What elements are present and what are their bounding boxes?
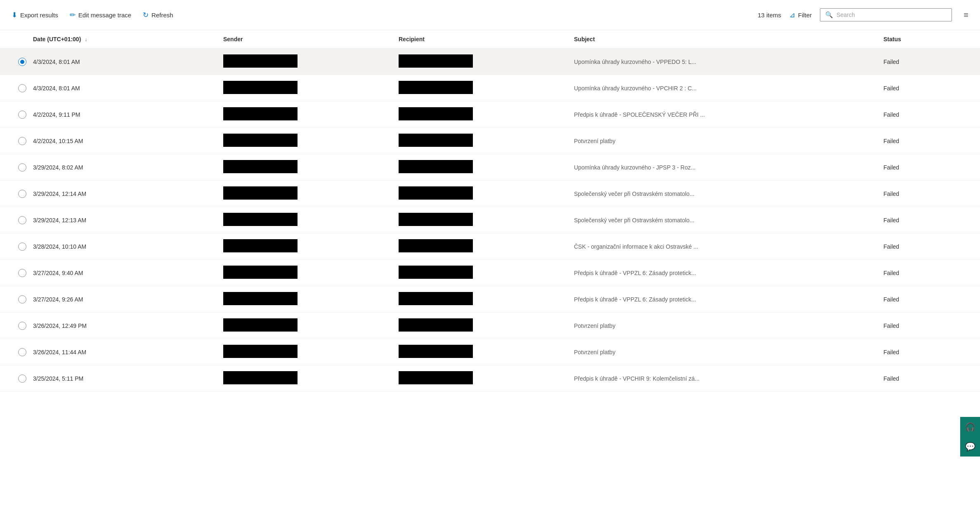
filter-icon: ⊿ [789,11,795,19]
status-badge: Failed [883,349,899,355]
cell-status: Failed [877,339,980,365]
redacted-recipient-block [399,186,473,200]
row-radio[interactable] [18,322,26,330]
cell-sender [217,75,392,101]
cell-subject: Potvrzení platby [567,339,877,365]
date-value: 4/2/2024, 9:11 PM [33,111,80,118]
cell-recipient [392,101,567,128]
col-header-date[interactable]: Date (UTC+01:00) ↓ [0,30,217,49]
table-row[interactable]: 3/27/2024, 9:40 AMPředpis k úhradě - VPP… [0,260,980,286]
row-radio[interactable] [18,295,26,304]
cell-status: Failed [877,128,980,154]
table-row[interactable]: 4/2/2024, 9:11 PMPředpis k úhradě - SPOL… [0,101,980,128]
table-row[interactable]: 3/26/2024, 12:49 PMPotvrzení platbyFaile… [0,313,980,339]
cell-subject: Společenský večer při Ostravském stomato… [567,181,877,207]
cell-status: Failed [877,286,980,313]
row-radio[interactable] [18,374,26,383]
cell-status: Failed [877,101,980,128]
table-row[interactable]: 4/2/2024, 10:15 AMPotvrzení platbyFailed [0,128,980,154]
cell-sender [217,233,392,260]
row-radio[interactable] [18,190,26,198]
subject-value: Upomínka úhrady kurzovného - VPCHIR 2 : … [574,85,697,92]
search-input[interactable] [836,12,947,18]
chat-button[interactable]: 💬 [960,437,980,457]
col-header-status[interactable]: Status [877,30,980,49]
export-button[interactable]: ⬇ Export results [12,11,58,19]
cell-sender [217,339,392,365]
cell-sender [217,365,392,392]
cell-status: Failed [877,260,980,286]
date-value: 3/26/2024, 12:49 PM [33,322,87,329]
headset-button[interactable]: 🎧 [960,417,980,437]
table-row[interactable]: 3/27/2024, 9:26 AMPředpis k úhradě - VPP… [0,286,980,313]
row-radio[interactable] [18,137,26,145]
col-header-sender[interactable]: Sender [217,30,392,49]
subject-value: Potvrzení platby [574,322,615,329]
cell-sender [217,181,392,207]
edit-message-trace-button[interactable]: ✏ Edit message trace [70,11,131,19]
cell-date: 4/2/2024, 10:15 AM [0,128,217,154]
cell-status: Failed [877,49,980,75]
table-row[interactable]: 3/28/2024, 10:10 AMČSK - organizační inf… [0,233,980,260]
subject-value: Upomínka úhrady kurzovného - JPSP 3 - Ro… [574,164,696,171]
row-radio[interactable] [18,58,26,66]
row-radio[interactable] [18,111,26,119]
status-badge: Failed [883,138,899,144]
row-radio[interactable] [18,84,26,92]
redacted-recipient-block [399,54,473,68]
cell-date: 3/27/2024, 9:40 AM [0,260,217,286]
redacted-sender-block [223,318,298,332]
cell-recipient [392,260,567,286]
row-radio[interactable] [18,348,26,356]
cell-date: 4/3/2024, 8:01 AM [0,75,217,101]
status-badge: Failed [883,217,899,224]
table-row[interactable]: 4/3/2024, 8:01 AMUpomínka úhrady kurzovn… [0,49,980,75]
table-row[interactable]: 4/3/2024, 8:01 AMUpomínka úhrady kurzovn… [0,75,980,101]
date-value: 4/3/2024, 8:01 AM [33,85,80,92]
search-box[interactable]: 🔍 [820,8,952,21]
cell-subject: Potvrzení platby [567,313,877,339]
redacted-recipient-block [399,266,473,279]
refresh-button[interactable]: ↻ Refresh [143,11,173,19]
status-badge: Failed [883,164,899,171]
row-radio[interactable] [18,269,26,277]
redacted-sender-block [223,134,298,147]
filter-button[interactable]: ⊿ Filter [789,11,812,19]
cell-sender [217,49,392,75]
col-header-subject[interactable]: Subject [567,30,877,49]
cell-status: Failed [877,154,980,181]
cell-sender [217,207,392,233]
subject-value: ČSK - organizační informace k akci Ostra… [574,243,698,250]
table-row[interactable]: 3/29/2024, 12:13 AMSpolečenský večer při… [0,207,980,233]
table-row[interactable]: 3/29/2024, 12:14 AMSpolečenský večer při… [0,181,980,207]
toolbar: ⬇ Export results ✏ Edit message trace ↻ … [0,0,980,30]
col-header-recipient[interactable]: Recipient [392,30,567,49]
cell-date: 4/2/2024, 9:11 PM [0,101,217,128]
row-radio[interactable] [18,163,26,172]
cell-date: 3/26/2024, 12:49 PM [0,313,217,339]
table-row[interactable]: 3/25/2024, 5:11 PMPředpis k úhradě - VPC… [0,365,980,392]
cell-status: Failed [877,207,980,233]
row-radio[interactable] [18,216,26,224]
redacted-recipient-block [399,292,473,305]
date-value: 4/3/2024, 8:01 AM [33,59,80,65]
cell-recipient [392,313,567,339]
row-radio[interactable] [18,242,26,251]
cell-subject: Předpis k úhradě - VPPZL 6: Zásady prote… [567,260,877,286]
toolbar-left: ⬇ Export results ✏ Edit message trace ↻ … [12,11,758,19]
hamburger-icon[interactable]: ≡ [963,10,968,20]
cell-recipient [392,154,567,181]
table-row[interactable]: 3/29/2024, 8:02 AMUpomínka úhrady kurzov… [0,154,980,181]
cell-date: 3/27/2024, 9:26 AM [0,286,217,313]
redacted-sender-block [223,107,298,120]
cell-subject: Potvrzení platby [567,128,877,154]
cell-status: Failed [877,365,980,392]
cell-subject: Předpis k úhradě - VPPZL 6: Zásady prote… [567,286,877,313]
cell-sender [217,128,392,154]
table-row[interactable]: 3/26/2024, 11:44 AMPotvrzení platbyFaile… [0,339,980,365]
cell-date: 4/3/2024, 8:01 AM [0,49,217,75]
redacted-sender-block [223,213,298,226]
cell-subject: Předpis k úhradě - SPOLEČENSKÝ VEČER PŘI… [567,101,877,128]
redacted-recipient-block [399,371,473,384]
cell-sender [217,313,392,339]
